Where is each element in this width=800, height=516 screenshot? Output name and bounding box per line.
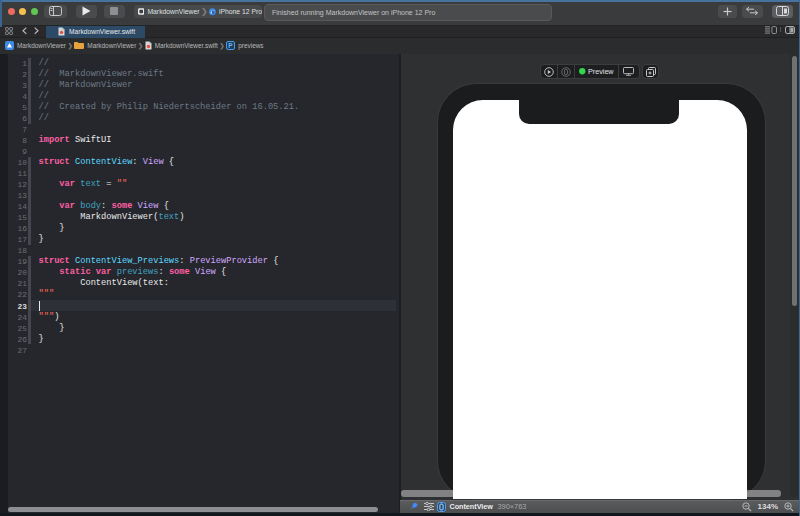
svg-text:P: P xyxy=(229,42,234,49)
